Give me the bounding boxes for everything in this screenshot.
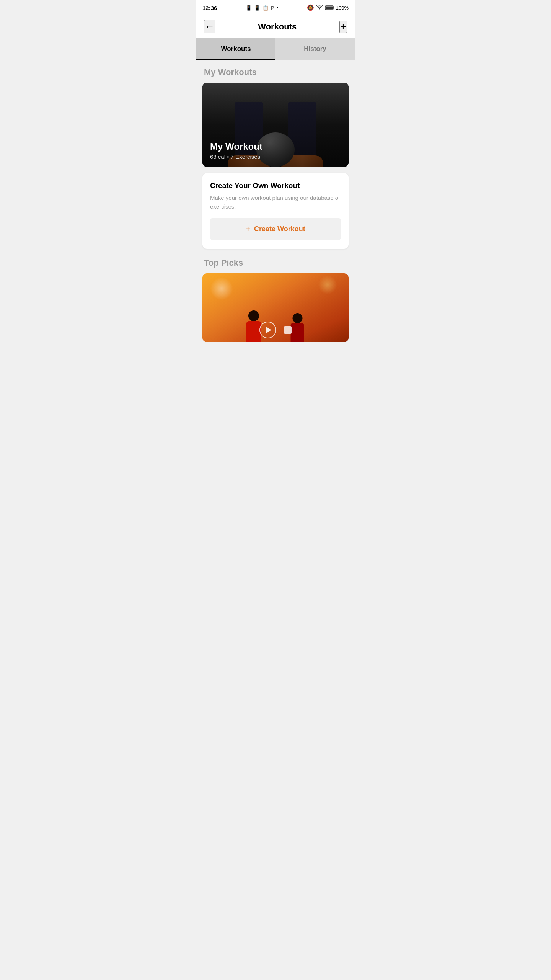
battery-percent: 100% — [336, 5, 349, 11]
add-button[interactable]: + — [339, 21, 347, 33]
tab-history[interactable]: History — [276, 38, 355, 60]
play-icon — [266, 327, 271, 333]
status-bar: 12:36 📱 📱 📋 P • 🔕 100% — [196, 0, 355, 15]
clipboard-icon: 📋 — [262, 5, 269, 11]
tab-workouts[interactable]: Workouts — [196, 38, 276, 60]
workout-card[interactable]: My Workout 68 cal • 7 Exercises — [202, 83, 349, 167]
wifi-icon — [316, 5, 323, 11]
top-picks-card[interactable] — [202, 273, 349, 342]
stop-button[interactable] — [284, 326, 292, 334]
create-workout-button-label: Create Workout — [254, 225, 305, 233]
bell-slash-icon: 🔕 — [307, 4, 314, 11]
status-time: 12:36 — [202, 5, 217, 11]
status-icons: 📱 📱 📋 P • — [246, 5, 278, 11]
page-title: Workouts — [258, 22, 297, 32]
tabs-container: Workouts History — [196, 38, 355, 60]
svg-rect-2 — [326, 7, 333, 9]
svg-rect-3 — [333, 7, 334, 8]
dot-icon: • — [277, 5, 279, 11]
phone-icon-1: 📱 — [246, 5, 252, 11]
parking-icon: P — [271, 5, 274, 11]
create-workout-title: Create Your Own Workout — [210, 181, 341, 190]
video-controls — [259, 322, 292, 338]
back-button[interactable]: ← — [204, 20, 215, 33]
battery-icon: 100% — [325, 5, 349, 11]
my-workouts-title: My Workouts — [202, 67, 349, 77]
create-workout-button-icon: + — [246, 225, 250, 234]
create-workout-desc: Make your own workout plan using our dat… — [210, 194, 341, 211]
workout-card-name: My Workout — [210, 141, 341, 152]
create-workout-card: Create Your Own Workout Make your own wo… — [202, 173, 349, 249]
play-button[interactable] — [259, 322, 276, 338]
header: ← Workouts + — [196, 15, 355, 38]
status-right-icons: 🔕 100% — [307, 4, 349, 11]
top-picks-title: Top Picks — [202, 258, 349, 268]
phone-icon-2: 📱 — [254, 5, 260, 11]
create-workout-button[interactable]: + Create Workout — [210, 218, 341, 240]
main-content: My Workouts My Workout 68 cal — [196, 60, 355, 350]
workout-card-meta: 68 cal • 7 Exercises — [210, 154, 341, 160]
svg-point-0 — [319, 8, 320, 9]
